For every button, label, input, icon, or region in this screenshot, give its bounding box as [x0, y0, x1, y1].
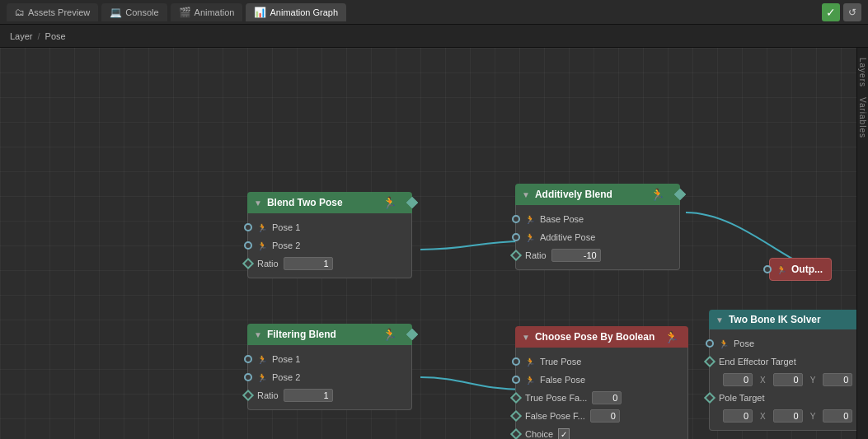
- cp-row-false-f: False Pose F...: [516, 407, 687, 425]
- collapse-icon-2[interactable]: ▼: [254, 330, 262, 339]
- tb-pose-label: Pose: [734, 339, 754, 348]
- person-icon: 🏃: [382, 196, 396, 209]
- ab-row-ratio: Ratio: [516, 246, 679, 264]
- main-area: ▼ Blend Two Pose 🏃 🏃 Pose 1 🏃 Pose 2: [0, 48, 868, 439]
- collapse-icon[interactable]: ▼: [254, 198, 262, 208]
- tb-end-effector-label: End Effector Target: [719, 357, 796, 367]
- tb-end-x-input[interactable]: [723, 373, 753, 386]
- cp-false-pose-label: False Pose: [540, 375, 585, 385]
- fb-pose1-input-port[interactable]: [244, 355, 252, 363]
- fb-pose2-label: Pose 2: [272, 372, 300, 382]
- tb-pole-port[interactable]: [704, 392, 716, 404]
- pose2-input-port[interactable]: [244, 241, 252, 250]
- person-icon-3: 🏃: [650, 188, 664, 201]
- cp-true-fa-port[interactable]: [510, 392, 522, 404]
- ratio-input-port[interactable]: [242, 258, 254, 269]
- tab-assets-preview[interactable]: 🗂 Assets Preview: [7, 3, 98, 21]
- tb-end-y-input[interactable]: [773, 373, 803, 386]
- tb-row-end-effector-label: End Effector Target: [710, 353, 856, 371]
- tb-end-z-input[interactable]: [823, 373, 852, 386]
- pose1-person-icon: 🏃: [257, 223, 267, 232]
- choose-pose-header[interactable]: ▼ Choose Pose By Boolean 🏃: [515, 326, 688, 348]
- blend-two-pose-title: Blend Two Pose: [267, 197, 378, 208]
- ab-ratio-input[interactable]: [551, 249, 601, 262]
- cp-false-f-label: False Pose F...: [525, 411, 585, 421]
- top-right-actions: ✓ ↺: [822, 3, 861, 21]
- tab-animation-graph[interactable]: 📊 Animation Graph: [246, 3, 346, 21]
- filtering-blend-row-pose1: 🏃 Pose 1: [248, 350, 411, 368]
- filtering-blend-output-port[interactable]: [406, 329, 418, 340]
- tb-row-pose: 🏃 Pose: [710, 334, 856, 353]
- confirm-button[interactable]: ✓: [822, 3, 840, 21]
- assets-icon: 🗂: [15, 7, 25, 18]
- tb-row-pole-label: Pole Target: [710, 389, 856, 407]
- fb-pose2-input-port[interactable]: [244, 373, 252, 381]
- filtering-blend-body: 🏃 Pose 1 🏃 Pose 2 Ratio: [247, 345, 412, 410]
- tab-animation[interactable]: 🎬 Animation: [171, 3, 243, 21]
- tb-person-icon: 🏃: [719, 339, 729, 348]
- cp-true-fa-input[interactable]: [592, 391, 622, 404]
- cp-row-true-fa: True Pose Fa...: [516, 389, 687, 407]
- pose1-label: Pose 1: [272, 222, 300, 232]
- cp-false-pose-port[interactable]: [512, 376, 520, 384]
- cp-choice-port[interactable]: [510, 428, 522, 439]
- fb-pose2-person-icon: 🏃: [257, 373, 267, 382]
- cp-choice-checkbox[interactable]: ✓: [558, 428, 570, 439]
- fb-ratio-input-port[interactable]: [242, 390, 254, 401]
- collapse-icon-5[interactable]: ▼: [716, 315, 724, 325]
- output-person-icon: 🏃: [777, 265, 786, 274]
- blend-two-pose-header[interactable]: ▼ Blend Two Pose 🏃: [247, 192, 412, 213]
- canvas[interactable]: ▼ Blend Two Pose 🏃 🏃 Pose 1 🏃 Pose 2: [0, 48, 856, 439]
- additively-blend-header[interactable]: ▼ Additively Blend 🏃: [515, 184, 680, 205]
- tb-pose-port[interactable]: [706, 339, 714, 348]
- breadcrumb-layer[interactable]: Layer: [10, 31, 33, 41]
- refresh-button[interactable]: ↺: [843, 3, 861, 21]
- ab-base-person-icon: 🏃: [525, 215, 535, 224]
- layers-label[interactable]: Layers: [857, 54, 868, 91]
- side-panel: Layers Variables: [856, 48, 868, 439]
- choose-pose-title: Choose Pose By Boolean: [535, 331, 659, 343]
- collapse-icon-4[interactable]: ▼: [522, 333, 530, 342]
- filtering-blend-title: Filtering Blend: [267, 329, 378, 340]
- blend-two-pose-row-pose2: 🏃 Pose 2: [248, 236, 411, 255]
- output-input-port[interactable]: [763, 265, 772, 273]
- tb-pole-x-label: X: [760, 412, 766, 421]
- variables-label[interactable]: Variables: [857, 94, 868, 142]
- ab-base-pose-port[interactable]: [512, 215, 520, 223]
- ab-ratio-port[interactable]: [510, 250, 522, 261]
- ab-row-base-pose: 🏃 Base Pose: [516, 210, 679, 228]
- collapse-icon-3[interactable]: ▼: [522, 190, 530, 199]
- ratio-input[interactable]: [284, 257, 333, 270]
- node-filtering-blend: ▼ Filtering Blend 🏃 🏃 Pose 1 🏃 Pose 2: [247, 324, 412, 410]
- tb-pole-x-input[interactable]: [723, 409, 753, 423]
- filtering-blend-row-pose2: 🏃 Pose 2: [248, 368, 411, 386]
- tb-pole-y-input[interactable]: [773, 409, 803, 423]
- tb-end-effector-port[interactable]: [704, 356, 716, 367]
- person-icon-4: 🏃: [664, 330, 678, 343]
- fb-ratio-input[interactable]: [284, 389, 333, 402]
- cp-false-f-port[interactable]: [510, 410, 522, 422]
- ab-additive-pose-port[interactable]: [512, 233, 520, 241]
- additively-blend-output-port[interactable]: [674, 189, 686, 200]
- tb-pole-y-label: Y: [810, 412, 816, 421]
- cp-true-pose-port[interactable]: [512, 357, 520, 366]
- blend-two-pose-row-pose1: 🏃 Pose 1: [248, 218, 411, 236]
- filtering-blend-header[interactable]: ▼ Filtering Blend 🏃: [247, 324, 412, 345]
- tb-pole-z-input[interactable]: [823, 409, 852, 423]
- blend-two-pose-body: 🏃 Pose 1 🏃 Pose 2 Ratio: [247, 213, 412, 278]
- tb-end-y-label: Y: [810, 376, 816, 385]
- tb-row-pole-xyz: X Y: [710, 407, 856, 425]
- person-icon-2: 🏃: [382, 328, 396, 341]
- breadcrumb-pose[interactable]: Pose: [45, 31, 66, 41]
- two-bone-header[interactable]: ▼ Two Bone IK Solver: [709, 310, 856, 329]
- blend-two-pose-output-port[interactable]: [406, 197, 418, 208]
- pose2-person-icon: 🏃: [257, 241, 267, 250]
- fb-pose1-person-icon: 🏃: [257, 355, 267, 364]
- tab-console[interactable]: 💻 Console: [101, 3, 167, 21]
- pose1-input-port[interactable]: [244, 223, 252, 231]
- filtering-blend-row-ratio: Ratio: [248, 386, 411, 404]
- cp-false-f-input[interactable]: [590, 409, 620, 423]
- tb-row-end-xyz: X Y: [710, 371, 856, 389]
- two-bone-title: Two Bone IK Solver: [729, 314, 856, 325]
- ab-base-pose-label: Base Pose: [540, 214, 584, 224]
